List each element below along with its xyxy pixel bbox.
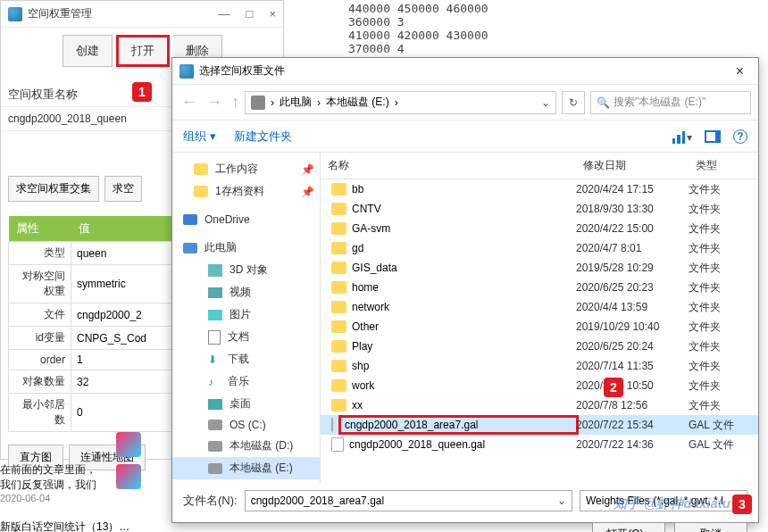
file-row[interactable]: work2020/3/30 10:50文件夹 <box>321 376 758 395</box>
dialog-icon <box>179 64 194 79</box>
dialog-cancel-button[interactable]: 取消 <box>674 522 747 532</box>
nav-forward-icon[interactable]: → <box>206 93 222 112</box>
close-button[interactable]: × <box>269 7 276 21</box>
breadcrumb-sep: › <box>271 96 274 109</box>
file-row[interactable]: cngdp2000_2018_area7.gal2020/7/22 15:34G… <box>321 415 758 435</box>
nav-up-icon[interactable]: ↑ <box>231 93 239 112</box>
view-mode-icon[interactable]: ▾ <box>672 129 692 144</box>
nav-back-icon[interactable]: ← <box>181 93 197 112</box>
article-thumb-icon <box>116 432 141 457</box>
article-date: 2020-06-04 <box>0 493 96 503</box>
window-titlebar: 空间权重管理 — □ × <box>1 1 283 28</box>
file-row[interactable]: xx2020/7/8 12:56文件夹 <box>321 395 758 415</box>
folder-icon <box>331 242 346 254</box>
dialog-title: 选择空间权重文件 <box>199 63 285 79</box>
tree-downloads[interactable]: 下载 <box>228 352 249 367</box>
file-row[interactable]: Play2020/6/25 20:24文件夹 <box>321 337 758 356</box>
file-row[interactable]: GA-svm2020/4/22 15:00文件夹 <box>321 219 758 238</box>
file-row[interactable]: network2020/4/4 13:59文件夹 <box>321 297 758 317</box>
tree-drive-e[interactable]: 本地磁盘 (E:) <box>230 461 293 476</box>
pin-icon: 📌 <box>301 186 314 198</box>
other-op-button[interactable]: 求空 <box>104 176 142 202</box>
maximize-button[interactable]: □ <box>246 7 254 21</box>
file-row[interactable]: home2020/6/25 20:23文件夹 <box>321 278 758 297</box>
open-button[interactable]: 打开 <box>116 35 170 67</box>
dialog-open-button[interactable]: 打开(O) ▾ <box>592 522 665 532</box>
column-type[interactable]: 类型 <box>689 156 742 175</box>
drive-icon <box>251 96 265 110</box>
tree-music[interactable]: 音乐 <box>228 374 249 389</box>
tree-thispc[interactable]: 此电脑 <box>205 240 237 255</box>
tree-drive-d[interactable]: 本地磁盘 (D:) <box>230 438 293 453</box>
folder-icon <box>331 379 346 392</box>
prop-header-attr: 属性 <box>9 216 71 242</box>
prop-key: 最小邻居数 <box>9 394 71 432</box>
app-icon <box>8 7 22 21</box>
folder-icon <box>331 222 346 235</box>
tree-archive[interactable]: 1存档资料 <box>215 184 264 199</box>
intersect-button[interactable]: 求空间权重交集 <box>8 176 99 202</box>
folder-icon <box>331 340 346 353</box>
file-row[interactable]: GIS_data2019/5/28 10:29文件夹 <box>321 258 758 278</box>
tree-3d[interactable]: 3D 对象 <box>230 262 268 278</box>
column-date[interactable]: 修改日期 <box>576 156 689 175</box>
file-row[interactable]: shp2020/7/14 11:35文件夹 <box>321 356 758 376</box>
prop-key: 对称空间权重 <box>9 265 71 303</box>
minimize-button[interactable]: — <box>219 7 230 21</box>
prop-key: 文件 <box>9 303 71 327</box>
preview-pane-icon[interactable] <box>705 130 721 143</box>
prop-key: order <box>9 350 71 370</box>
folder-icon <box>331 203 346 215</box>
tree-onedrive[interactable]: OneDrive <box>205 213 250 226</box>
file-row[interactable]: CNTV2018/9/30 13:30文件夹 <box>321 199 758 219</box>
file-icon <box>331 418 333 432</box>
chevron-down-icon[interactable]: ⌄ <box>541 96 550 109</box>
new-folder-button[interactable]: 新建文件夹 <box>234 129 292 145</box>
organize-menu[interactable]: 组织 ▾ <box>183 129 216 145</box>
tree-work[interactable]: 工作内容 <box>215 162 258 177</box>
help-icon[interactable]: ? <box>733 129 747 144</box>
article-thumb-icon <box>116 464 141 489</box>
column-name[interactable]: 名称 <box>321 156 576 175</box>
prop-key: 类型 <box>9 242 71 265</box>
file-list[interactable]: 名称 修改日期 类型 bb2020/4/24 17:15文件夹CNTV2018/… <box>321 153 758 483</box>
file-row[interactable]: Other2019/10/29 10:40文件夹 <box>321 317 758 337</box>
create-button[interactable]: 创建 <box>63 35 113 67</box>
article-line2: 我们反复强调，我们 <box>0 478 96 493</box>
annotation-marker-3: 3 <box>732 495 752 514</box>
folder-icon <box>331 183 346 195</box>
breadcrumb[interactable]: › 此电脑 › 本地磁盘 (E:) › ⌄ <box>245 91 556 114</box>
file-row[interactable]: gd2020/4/7 8:01文件夹 <box>321 238 758 258</box>
folder-icon <box>331 360 346 372</box>
breadcrumb-pc[interactable]: 此电脑 <box>280 95 312 110</box>
folder-icon <box>331 281 346 294</box>
bg-numbers: 440000 450000 460000 360000 3 410000 420… <box>348 2 488 55</box>
annotation-marker-2: 2 <box>604 378 623 397</box>
search-input[interactable]: 🔍 搜索"本地磁盘 (E:)" <box>590 91 751 114</box>
window-title: 空间权重管理 <box>28 6 92 21</box>
folder-tree[interactable]: 工作内容📌 1存档资料📌 OneDrive 此电脑 3D 对象 视频 图片 文档… <box>172 153 321 483</box>
filename-input[interactable]: cngdp2000_2018_area7.gal⌄ <box>245 490 572 511</box>
article-line1: 在前面的文章里面， <box>0 462 96 478</box>
prop-key: id变量 <box>9 327 71 350</box>
file-row[interactable]: cngdp2000_2018_queen.gal2020/7/22 14:36G… <box>321 435 758 454</box>
file-icon <box>331 437 344 452</box>
breadcrumb-sep: › <box>317 96 321 109</box>
search-placeholder: 搜索"本地磁盘 (E:)" <box>614 95 705 110</box>
tree-docs[interactable]: 文档 <box>228 329 249 345</box>
breadcrumb-sep: › <box>395 96 398 109</box>
dialog-close-button[interactable]: × <box>729 62 751 81</box>
breadcrumb-drive[interactable]: 本地磁盘 (E:) <box>326 95 389 110</box>
tree-pics[interactable]: 图片 <box>230 307 251 322</box>
annotation-marker-1: 1 <box>132 82 152 102</box>
filename-label: 文件名(N): <box>183 493 238 509</box>
tree-desktop[interactable]: 桌面 <box>230 396 251 411</box>
watermark: 知乎 @虾神daxiatu <box>614 495 730 512</box>
folder-icon <box>331 399 346 411</box>
pin-icon: 📌 <box>301 163 314 176</box>
refresh-button[interactable]: ↻ <box>562 91 585 114</box>
tree-video[interactable]: 视频 <box>230 285 251 300</box>
tree-drive-c[interactable]: OS (C:) <box>230 419 266 431</box>
file-row[interactable]: bb2020/4/24 17:15文件夹 <box>321 179 758 199</box>
article-title[interactable]: 新版白话空间统计（13）… <box>0 520 129 532</box>
